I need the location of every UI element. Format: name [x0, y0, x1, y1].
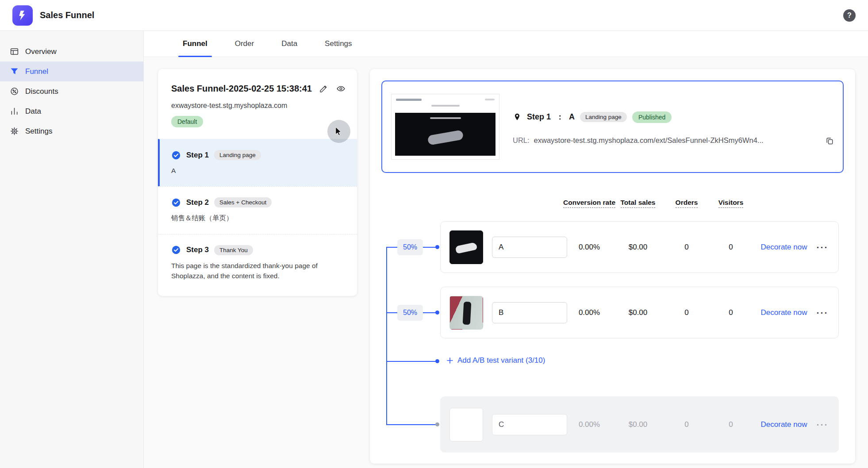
edit-funnel-button[interactable] — [319, 84, 328, 93]
help-question-icon: ? — [847, 12, 852, 19]
sidebar-item-label: Data — [25, 107, 41, 116]
variant-a-thumbnail — [449, 230, 483, 264]
step-label: Step 3 — [186, 246, 209, 254]
decorate-now-link[interactable]: Decorate now — [753, 420, 815, 429]
tree-node-dot — [435, 359, 439, 363]
add-ab-test-variant-button[interactable]: Add A/B test variant (3/10) — [446, 356, 545, 365]
funnel-icon — [10, 67, 19, 76]
default-badge: Default — [171, 116, 203, 127]
eye-icon — [336, 84, 346, 93]
variant-c-conversion: 0.00% — [567, 420, 611, 429]
decorate-now-link[interactable]: Decorate now — [753, 243, 815, 252]
tree-node-dot — [435, 245, 439, 249]
variant-c-orders: 0 — [664, 420, 709, 429]
sidebar-item-data[interactable]: Data — [0, 101, 143, 121]
funnel-card-head: Sales Funnel-2025-02-25 15:38:41 exwayst… — [158, 69, 357, 127]
step-type-badge: Landing page — [580, 112, 627, 122]
variant-b-thumbnail — [449, 296, 483, 330]
variant-a-orders: 0 — [664, 243, 709, 252]
column-conversion-rate: Conversion rate — [563, 199, 615, 208]
variant-row-b: 0.00% $0.00 0 0 Decorate now ··· — [440, 287, 839, 338]
tab-bar: Funnel Order Data Settings — [144, 31, 868, 57]
selected-step-box: Step 1 ： A Landing page Published URL: e… — [381, 81, 844, 173]
step-colon: ： — [556, 112, 564, 122]
step-label: Step 2 — [186, 198, 209, 207]
traffic-split-b: 50% — [397, 305, 423, 321]
add-variant-label: Add A/B test variant (3/10) — [457, 356, 545, 365]
funnel-steps-list: Step 1 Landing page A Step 2 Sales + Che… — [158, 139, 357, 292]
tree-node-dot-disabled — [435, 422, 439, 426]
funnel-domain: exwaystore-test.stg.myshoplaza.com — [171, 102, 344, 110]
variant-c-name-input[interactable] — [492, 414, 567, 435]
row-menu-button[interactable]: ··· — [815, 242, 830, 253]
variant-a-conversion: 0.00% — [567, 243, 611, 252]
main-content: Sales Funnel-2025-02-25 15:38:41 exwayst… — [144, 57, 868, 468]
app-header: Sales Funnel ? — [0, 0, 868, 31]
step-type-badge: Sales + Checkout — [214, 197, 272, 207]
tab-settings[interactable]: Settings — [318, 31, 359, 57]
variant-c-thumbnail — [449, 408, 483, 441]
variant-a-name-input[interactable] — [492, 237, 567, 258]
lightning-logo-icon — [17, 10, 28, 21]
tab-funnel[interactable]: Funnel — [176, 31, 215, 57]
tab-label: Funnel — [183, 39, 207, 48]
copy-icon — [825, 136, 834, 145]
variant-c-visitors: 0 — [709, 420, 753, 429]
step-item-2[interactable]: Step 2 Sales + Checkout 销售＆结账（单页） — [158, 186, 357, 234]
step-description: This page is the standardized thank-you … — [171, 261, 344, 281]
gear-icon — [10, 127, 19, 136]
tree-node-dot — [435, 311, 439, 315]
step-check-icon — [171, 245, 181, 255]
step-detail-card: Step 1 ： A Landing page Published URL: e… — [370, 69, 855, 464]
overview-icon — [10, 47, 19, 56]
step-description: A — [171, 165, 344, 176]
preview-funnel-button[interactable] — [336, 84, 346, 93]
step-url: exwaystore-test.stg.myshoplaza.com/ext/S… — [534, 136, 821, 145]
variant-b-name-input[interactable] — [492, 302, 567, 323]
variant-b-total-sales: $0.00 — [611, 308, 664, 317]
variant-row-a: 0.00% $0.00 0 0 Decorate now ··· — [440, 221, 839, 273]
location-pin-icon — [513, 113, 522, 122]
row-menu-button[interactable]: ··· — [815, 419, 830, 430]
step-label: Step 1 — [186, 151, 209, 160]
variant-a-total-sales: $0.00 — [611, 243, 664, 252]
column-visitors: Visitors — [718, 199, 744, 208]
column-orders: Orders — [676, 199, 698, 208]
row-menu-button[interactable]: ··· — [815, 307, 830, 318]
discount-icon — [10, 87, 19, 96]
page-title: Sales Funnel — [40, 10, 94, 20]
step-summary: Step 1 ： A Landing page Published URL: e… — [513, 109, 834, 145]
sidebar-item-label: Settings — [25, 127, 52, 136]
step-item-1[interactable]: Step 1 Landing page A — [158, 139, 357, 186]
help-button[interactable]: ? — [843, 9, 856, 22]
variants-table-header: Conversion rate Total sales Orders Visit… — [440, 196, 839, 210]
funnel-overview-card: Sales Funnel-2025-02-25 15:38:41 exwayst… — [158, 69, 357, 296]
published-badge: Published — [632, 111, 672, 123]
step-item-3[interactable]: Step 3 Thank You This page is the standa… — [158, 234, 357, 292]
tab-data[interactable]: Data — [274, 31, 304, 57]
step-type-badge: Landing page — [214, 150, 261, 160]
tree-trunk-line — [386, 247, 387, 425]
sidebar-item-funnel[interactable]: Funnel — [0, 61, 143, 81]
variant-a-visitors: 0 — [709, 243, 753, 252]
sidebar-item-overview[interactable]: Overview — [0, 42, 143, 61]
variant-c-total-sales: $0.00 — [611, 420, 664, 429]
pencil-icon — [319, 84, 328, 93]
plus-icon — [446, 357, 454, 364]
copy-url-button[interactable] — [825, 136, 834, 145]
decorate-now-link[interactable]: Decorate now — [753, 308, 815, 317]
tab-label: Settings — [325, 39, 352, 48]
tab-order[interactable]: Order — [228, 31, 261, 57]
tab-label: Data — [281, 39, 297, 48]
variant-b-visitors: 0 — [709, 308, 753, 317]
bar-chart-icon — [10, 107, 19, 116]
column-total-sales: Total sales — [621, 199, 656, 208]
variant-b-conversion: 0.00% — [567, 308, 611, 317]
sidebar-item-settings[interactable]: Settings — [0, 121, 143, 141]
step-type-badge: Thank You — [214, 245, 253, 255]
traffic-split-a: 50% — [397, 239, 423, 255]
step-preview-thumbnail — [391, 94, 499, 160]
sidebar-item-discounts[interactable]: Discounts — [0, 81, 143, 101]
variant-row-c: 0.00% $0.00 0 0 Decorate now ··· — [440, 396, 839, 453]
sidebar-item-label: Funnel — [25, 67, 48, 76]
